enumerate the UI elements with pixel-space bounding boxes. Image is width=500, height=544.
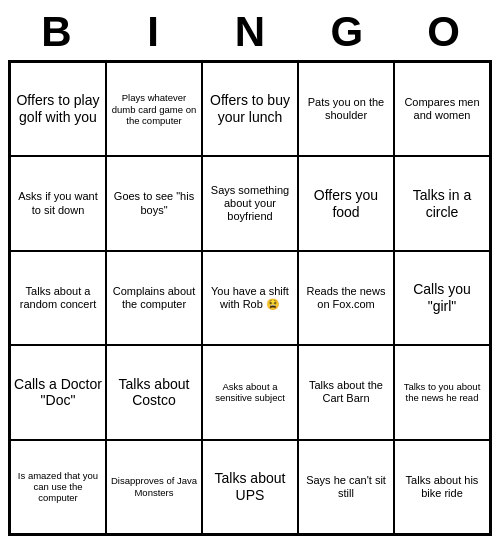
bingo-cell[interactable]: Calls a Doctor "Doc" — [10, 345, 106, 439]
bingo-cell[interactable]: Offers you food — [298, 156, 394, 250]
letter-i: I — [113, 8, 193, 56]
bingo-cell[interactable]: Talks about the Cart Barn — [298, 345, 394, 439]
bingo-cell[interactable]: Pats you on the shoulder — [298, 62, 394, 156]
bingo-cell[interactable]: Offers to play golf with you — [10, 62, 106, 156]
bingo-title: B I N G O — [8, 8, 492, 56]
bingo-cell[interactable]: Talks about his bike ride — [394, 440, 490, 534]
bingo-cell[interactable]: Disapproves of Java Monsters — [106, 440, 202, 534]
bingo-cell[interactable]: Asks about a sensitive subject — [202, 345, 298, 439]
bingo-cell[interactable]: Offers to buy your lunch — [202, 62, 298, 156]
bingo-cell[interactable]: Talks in a circle — [394, 156, 490, 250]
letter-b: B — [16, 8, 96, 56]
letter-g: G — [307, 8, 387, 56]
letter-n: N — [210, 8, 290, 56]
bingo-cell[interactable]: You have a shift with Rob 😫 — [202, 251, 298, 345]
bingo-cell[interactable]: Goes to see "his boys" — [106, 156, 202, 250]
bingo-cell[interactable]: Complains about the computer — [106, 251, 202, 345]
bingo-cell[interactable]: Talks about UPS — [202, 440, 298, 534]
bingo-cell[interactable]: Says something about your boyfriend — [202, 156, 298, 250]
letter-o: O — [404, 8, 484, 56]
bingo-cell[interactable]: Talks about a random concert — [10, 251, 106, 345]
bingo-cell[interactable]: Reads the news on Fox.com — [298, 251, 394, 345]
bingo-cell[interactable]: Talks about Costco — [106, 345, 202, 439]
bingo-cell[interactable]: Is amazed that you can use the computer — [10, 440, 106, 534]
bingo-cell[interactable]: Asks if you want to sit down — [10, 156, 106, 250]
bingo-cell[interactable]: Says he can't sit still — [298, 440, 394, 534]
bingo-cell[interactable]: Plays whatever dumb card game on the com… — [106, 62, 202, 156]
bingo-cell[interactable]: Compares men and women — [394, 62, 490, 156]
bingo-cell[interactable]: Talks to you about the news he read — [394, 345, 490, 439]
bingo-grid: Offers to play golf with youPlays whatev… — [8, 60, 492, 536]
bingo-cell[interactable]: Calls you "girl" — [394, 251, 490, 345]
